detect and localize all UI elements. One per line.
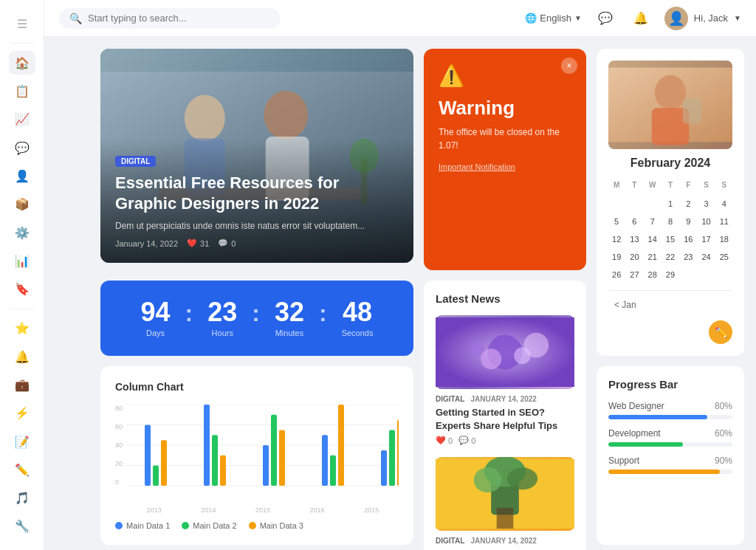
sidebar-item-tool[interactable]: 🔧	[9, 515, 35, 538]
hero-comments: 💬 0	[218, 238, 236, 248]
calendar-day-19[interactable]: 19	[608, 249, 625, 265]
calendar-day-2[interactable]: 2	[680, 196, 696, 212]
svg-rect-42	[330, 456, 336, 486]
calendar-day-21[interactable]: 21	[645, 249, 661, 265]
calendar-day-5[interactable]: 5	[608, 213, 625, 230]
sidebar-item-bar-chart[interactable]: 📊	[9, 249, 35, 272]
news-item-1[interactable]: DIGITAL January 14, 2022 Inspiring Desig…	[436, 457, 574, 550]
calendar-day-15[interactable]: 15	[662, 231, 678, 247]
calendar-day-16[interactable]: 16	[680, 231, 696, 247]
sidebar-item-bell[interactable]: 🔔	[9, 345, 35, 368]
hero-meta: January 14, 2022 ❤️ 31 💬 0	[115, 238, 399, 248]
progress-row-2: Support 90%	[608, 456, 732, 466]
warning-link[interactable]: Important Notification	[439, 162, 571, 171]
calendar-day-4[interactable]: 4	[716, 196, 732, 212]
sidebar-item-star[interactable]: ⭐	[9, 317, 35, 340]
progress-pct-2: 90%	[715, 456, 732, 466]
chat-icon-btn[interactable]: 💬	[594, 7, 617, 30]
calendar-day-18[interactable]: 18	[716, 231, 732, 247]
sidebar-item-document[interactable]: 📝	[9, 430, 35, 453]
news-card: Latest News DIGITAL January 14, 2022 Get…	[424, 281, 586, 550]
minutes-label: Minutes	[275, 329, 304, 337]
sidebar-item-briefcase[interactable]: 💼	[9, 373, 35, 396]
calendar-day-11[interactable]: 11	[716, 213, 732, 230]
svg-rect-43	[338, 405, 344, 486]
calendar-day-26[interactable]: 26	[608, 267, 625, 283]
legend-label-2: Main Data 3	[260, 521, 303, 530]
sidebar-item-settings[interactable]: ⚙️	[9, 221, 35, 244]
legend-item-0: Main Data 1	[115, 521, 170, 530]
language-selector[interactable]: 🌐 English ▼	[525, 13, 582, 24]
search-input[interactable]	[88, 13, 221, 24]
chart-x-label-0: 2013	[147, 506, 162, 514]
news-comments-0: 💬0	[458, 436, 475, 445]
user-profile[interactable]: 👤 Hi, Jack ▼	[664, 7, 741, 30]
bell-icon-btn[interactable]: 🔔	[629, 7, 653, 30]
progress-bar-fill-1	[608, 442, 683, 447]
sidebar-item-clipboard[interactable]: 📋	[9, 79, 35, 103]
svg-point-22	[507, 468, 537, 490]
sidebar-item-chart[interactable]: 📈	[9, 108, 35, 131]
calendar-day-25[interactable]: 25	[716, 249, 732, 265]
sidebar-item-edit[interactable]: ✏️	[9, 458, 35, 481]
warning-card: × ⚠️ Warning The office will be closed o…	[424, 49, 586, 270]
progress-row-0: Web Designer 80%	[608, 401, 732, 411]
calendar-day-6[interactable]: 6	[626, 213, 642, 230]
hero-badge: DIGITAL	[115, 156, 156, 167]
calendar-day-empty-0	[608, 196, 625, 212]
sidebar-item-music[interactable]: 🎵	[9, 487, 35, 510]
progress-bar-fill-2	[608, 470, 720, 474]
countdown-minutes: 32 Minutes	[275, 299, 304, 337]
calendar-edit-button[interactable]: ✏️	[709, 320, 732, 344]
warning-title: Warning	[439, 97, 571, 120]
calendar-day-10[interactable]: 10	[698, 213, 714, 230]
sidebar-item-bookmark[interactable]: 🔖	[9, 278, 35, 301]
legend-label-1: Main Data 2	[193, 521, 236, 530]
search-bar[interactable]: 🔍	[59, 8, 281, 29]
calendar-day-14[interactable]: 14	[645, 231, 661, 247]
sidebar-menu-icon[interactable]: ☰	[9, 12, 35, 35]
calendar-day-24[interactable]: 24	[698, 249, 714, 265]
calendar-prev-button[interactable]: < Jan	[608, 297, 642, 313]
sidebar-item-package[interactable]: 📦	[9, 193, 35, 216]
calendar-day-8[interactable]: 8	[662, 213, 678, 230]
hero-description: Dem ut perspiciatis unde omnis iste natu…	[115, 221, 399, 231]
sidebar-item-home[interactable]: 🏠	[9, 51, 35, 75]
progress-bar-fill-0	[608, 415, 707, 419]
calendar-day-27[interactable]: 27	[626, 267, 642, 283]
sidebar-item-user[interactable]: 👤	[9, 164, 35, 188]
countdown-days: 94 Days	[141, 299, 171, 337]
svg-rect-39	[271, 415, 277, 486]
news-item-0[interactable]: DIGITAL January 14, 2022 Getting Started…	[436, 315, 574, 445]
calendar-day-20[interactable]: 20	[626, 249, 642, 265]
svg-rect-11	[683, 99, 701, 124]
svg-point-1	[185, 95, 225, 142]
calendar-day-28[interactable]: 28	[645, 267, 661, 283]
calendar-day-23[interactable]: 23	[680, 249, 696, 265]
seconds-label: Seconds	[342, 329, 374, 337]
calendar-day-29[interactable]: 29	[662, 267, 678, 283]
calendar-day-22[interactable]: 22	[662, 249, 678, 265]
svg-point-9	[655, 75, 686, 110]
cal-header-T2: T	[662, 179, 678, 191]
calendar-day-9[interactable]: 9	[680, 213, 696, 230]
news-meta-0: ❤️0 💬0	[436, 436, 574, 445]
progress-pct-0: 80%	[715, 401, 732, 411]
progress-title: Progress Bar	[608, 378, 732, 391]
progress-label-1: Development	[608, 428, 661, 439]
hero-card: DIGITAL Essential Free Resources for Gra…	[100, 49, 413, 263]
news-list: DIGITAL January 14, 2022 Getting Started…	[436, 315, 574, 550]
calendar-day-17[interactable]: 17	[698, 231, 714, 247]
calendar-day-1[interactable]: 1	[662, 196, 678, 212]
warning-close-button[interactable]: ×	[561, 58, 577, 74]
calendar-day-13[interactable]: 13	[626, 231, 642, 247]
chart-card: Column Chart 80 60 40 20 0 2013201420152…	[100, 366, 413, 545]
calendar-day-7[interactable]: 7	[645, 213, 661, 230]
calendar-day-3[interactable]: 3	[698, 196, 714, 212]
sidebar-item-layers[interactable]: ⚡	[9, 402, 35, 425]
calendar-day-12[interactable]: 12	[608, 231, 625, 247]
progress-label-0: Web Designer	[608, 401, 664, 411]
svg-rect-45	[389, 430, 395, 486]
sidebar-item-message[interactable]: 💬	[9, 136, 35, 159]
countdown-seconds: 48 Seconds	[342, 299, 374, 337]
